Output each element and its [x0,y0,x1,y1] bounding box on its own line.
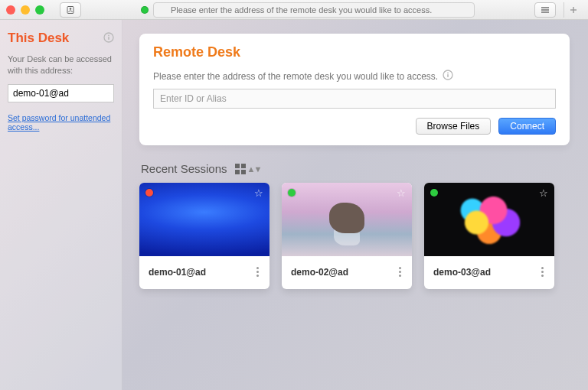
window-controls [6,5,44,15]
grid-view-icon [235,164,246,174]
info-icon[interactable] [443,70,453,83]
favorite-star-icon[interactable]: ☆ [539,187,548,199]
svg-point-13 [447,72,449,73]
sidebar-title: This Desk [8,31,114,46]
svg-rect-14 [447,74,449,77]
svg-rect-0 [67,6,74,13]
session-label: demo-02@ad [291,267,348,278]
address-book-icon [66,5,75,15]
address-search-input[interactable] [153,2,475,18]
recent-sessions-title: Recent Sessions [141,162,227,175]
session-options-button[interactable] [396,264,404,280]
this-desk-address-input[interactable] [8,84,114,102]
session-options-button[interactable] [538,264,547,280]
view-toggle[interactable]: ▲▼ [235,164,261,174]
session-label: demo-03@ad [433,267,491,278]
minimize-window-button[interactable] [21,5,30,15]
recent-sessions-header: Recent Sessions ▲▼ [141,162,570,175]
remote-desk-card: Remote Desk Please enter the address of … [139,34,570,145]
session-options-button[interactable] [253,264,262,280]
favorite-star-icon[interactable]: ☆ [254,187,263,199]
remote-desk-title: Remote Desk [153,44,556,60]
close-window-button[interactable] [6,5,15,15]
status-indicator-icon [430,189,438,197]
session-thumbnail: ☆ [424,183,554,256]
titlebar-center [86,2,530,18]
address-book-button[interactable] [60,2,81,18]
svg-rect-11 [108,37,109,40]
session-label: demo-01@ad [149,267,206,278]
plus-icon [570,6,577,14]
connection-status-icon [141,6,149,14]
session-tile[interactable]: ☆ demo-03@ad [424,183,554,289]
menu-icon [541,6,550,14]
sidebar-description: Your Desk can be accessed with this addr… [8,54,114,76]
menu-button[interactable] [534,2,556,18]
session-tile[interactable]: ☆ demo-01@ad [139,183,270,289]
status-indicator-icon [145,189,153,197]
session-thumbnail: ☆ [139,183,270,256]
status-indicator-icon [288,189,296,197]
titlebar [0,0,588,20]
remote-desk-description: Please enter the address of the remote d… [153,71,438,82]
main-area: Remote Desk Please enter the address of … [122,20,588,390]
svg-point-10 [108,34,109,36]
zoom-window-button[interactable] [35,5,44,15]
svg-point-1 [70,8,72,10]
browse-files-button[interactable]: Browse Files [416,118,492,135]
sidebar: This Desk Your Desk can be accessed with… [0,20,122,390]
connect-button[interactable]: Connect [498,118,556,135]
recent-sessions-grid: ☆ demo-01@ad ☆ demo-02@ad [139,183,570,289]
favorite-star-icon[interactable]: ☆ [397,187,406,199]
info-icon[interactable] [103,32,114,45]
session-tile[interactable]: ☆ demo-02@ad [282,183,412,289]
new-tab-button[interactable] [564,2,582,18]
sort-icon: ▲▼ [247,164,261,174]
remote-address-input[interactable] [153,89,556,109]
set-password-link[interactable]: Set password for unattended access... [8,113,114,132]
session-thumbnail: ☆ [282,183,412,256]
